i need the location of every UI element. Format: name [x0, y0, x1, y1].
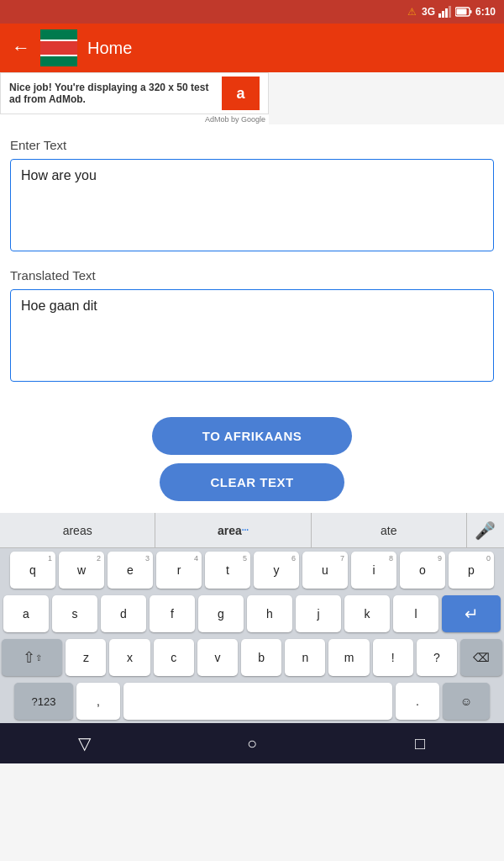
key-r[interactable]: 4r: [156, 552, 202, 589]
clear-text-button[interactable]: CLEAR TEXT: [160, 463, 344, 501]
enter-text-input[interactable]: How are you: [10, 159, 494, 251]
row-2: a s d f g h j k l ↵: [0, 592, 504, 636]
ad-text: Nice job! You're displaying a 320 x 50 t…: [9, 82, 222, 105]
key-n[interactable]: n: [285, 639, 325, 676]
svg-rect-2: [445, 8, 448, 18]
row-3: ⇧⇧ z x c v b n m ! ? ⌫: [0, 636, 504, 679]
key-s[interactable]: s: [52, 595, 97, 632]
key-y[interactable]: 6y: [254, 552, 299, 589]
svg-rect-6: [456, 9, 466, 15]
translated-text-label: Translated Text: [10, 268, 494, 283]
key-question[interactable]: ?: [417, 639, 457, 676]
key-e[interactable]: 3e: [108, 552, 153, 589]
enter-text-label: Enter Text: [10, 138, 494, 152]
key-c[interactable]: c: [154, 639, 194, 676]
key-z[interactable]: z: [66, 639, 106, 676]
key-o[interactable]: 9o: [400, 552, 445, 589]
key-exclaim[interactable]: !: [373, 639, 413, 676]
backspace-key[interactable]: ⌫: [460, 639, 502, 676]
key-q[interactable]: 1q: [10, 552, 55, 589]
buttons-area: TO AFRIKAANS CLEAR TEXT: [0, 412, 504, 513]
ad-logo-letter: a: [236, 85, 244, 103]
row-4: ?123 , . ☺: [0, 679, 504, 723]
key-i[interactable]: 8i: [351, 552, 396, 589]
key-a[interactable]: a: [3, 595, 49, 632]
app-title: Home: [87, 39, 132, 58]
back-button[interactable]: ←: [12, 37, 30, 59]
main-content: Enter Text How are you Translated Text H…: [0, 124, 504, 412]
app-logo: [40, 29, 77, 66]
key-t[interactable]: 5t: [205, 552, 250, 589]
keyboard-suggestions: areas area ··· ate 🎤: [0, 513, 504, 548]
suggestion-area[interactable]: area ···: [155, 513, 311, 547]
translated-text-output[interactable]: Hoe gaan dit: [10, 289, 494, 382]
status-icons: 3G 6:10: [422, 6, 496, 18]
comma-key[interactable]: ,: [76, 683, 120, 720]
key-v[interactable]: v: [197, 639, 238, 676]
svg-rect-5: [470, 10, 471, 13]
key-h[interactable]: h: [247, 595, 292, 632]
emoji-key[interactable]: ☺: [443, 683, 490, 720]
svg-rect-3: [449, 6, 451, 18]
space-key[interactable]: [123, 683, 392, 720]
key-w[interactable]: 2w: [59, 552, 104, 589]
ad-bold-text: Nice job!: [9, 82, 52, 93]
warning-icon: ⚠: [407, 6, 417, 18]
shift-key[interactable]: ⇧⇧: [2, 639, 62, 676]
key-enter[interactable]: ↵: [442, 595, 501, 632]
to-afrikaans-button[interactable]: TO AFRIKAANS: [152, 417, 353, 455]
key-d[interactable]: d: [101, 595, 146, 632]
period-key[interactable]: .: [396, 683, 439, 720]
nav-home-button[interactable]: ○: [227, 723, 277, 763]
key-g[interactable]: g: [198, 595, 244, 632]
key-x[interactable]: x: [109, 639, 150, 676]
keyboard: areas area ··· ate 🎤 1q 2w 3e 4r 5t 6y 7…: [0, 513, 504, 723]
suggestion-areas[interactable]: areas: [0, 513, 155, 547]
sym-key[interactable]: ?123: [14, 683, 73, 720]
svg-rect-0: [438, 13, 441, 18]
battery-icon: [455, 7, 472, 17]
key-f[interactable]: f: [150, 595, 195, 632]
key-b[interactable]: b: [241, 639, 281, 676]
status-bar: ⚠ 3G 6:10: [0, 0, 504, 24]
ad-by-text: AdMob by Google: [0, 114, 269, 124]
nav-recent-button[interactable]: □: [395, 723, 445, 763]
key-k[interactable]: k: [344, 595, 390, 632]
app-bar: ← Home: [0, 24, 504, 72]
svg-rect-1: [442, 11, 444, 18]
mic-button[interactable]: 🎤: [467, 520, 504, 541]
time-display: 6:10: [475, 6, 496, 18]
key-m[interactable]: m: [328, 639, 369, 676]
key-j[interactable]: j: [296, 595, 341, 632]
nav-back-button[interactable]: ▽: [59, 723, 109, 763]
suggestion-ate[interactable]: ate: [312, 513, 467, 547]
ad-logo: a: [222, 77, 260, 110]
svg-rect-10: [40, 29, 77, 40]
key-p[interactable]: 0p: [449, 552, 494, 589]
svg-rect-11: [40, 56, 77, 66]
bottom-nav: ▽ ○ □: [0, 723, 504, 763]
key-u[interactable]: 7u: [302, 552, 348, 589]
key-l[interactable]: l: [393, 595, 438, 632]
ad-banner[interactable]: Nice job! You're displaying a 320 x 50 t…: [0, 72, 269, 114]
svg-rect-13: [40, 41, 77, 55]
signal-indicator: 3G: [422, 6, 435, 18]
number-row: 1q 2w 3e 4r 5t 6y 7u 8i 9o 0p: [0, 548, 504, 592]
signal-bars-icon: [438, 6, 452, 18]
